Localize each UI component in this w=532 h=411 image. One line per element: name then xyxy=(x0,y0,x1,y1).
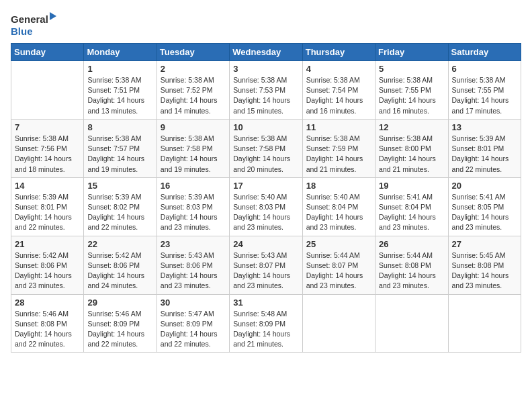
header: General Blue xyxy=(11,11,521,38)
svg-text:Blue: Blue xyxy=(11,26,33,37)
week-row-1: 1Sunrise: 5:38 AMSunset: 7:51 PMDaylight… xyxy=(11,61,521,120)
day-info: Sunrise: 5:41 AMSunset: 8:05 PMDaylight:… xyxy=(452,192,517,233)
day-cell: 18Sunrise: 5:40 AMSunset: 8:04 PMDayligh… xyxy=(302,177,375,236)
day-info: Sunrise: 5:38 AMSunset: 7:58 PMDaylight:… xyxy=(233,134,298,175)
day-info: Sunrise: 5:47 AMSunset: 8:09 PMDaylight:… xyxy=(161,309,226,350)
day-number: 30 xyxy=(161,298,226,308)
day-cell: 16Sunrise: 5:39 AMSunset: 8:03 PMDayligh… xyxy=(157,177,229,236)
day-number: 19 xyxy=(379,181,444,191)
day-cell: 21Sunrise: 5:42 AMSunset: 8:06 PMDayligh… xyxy=(11,236,84,294)
day-cell: 28Sunrise: 5:46 AMSunset: 8:08 PMDayligh… xyxy=(11,294,84,353)
day-number: 12 xyxy=(379,122,444,132)
day-cell: 10Sunrise: 5:38 AMSunset: 7:58 PMDayligh… xyxy=(230,119,302,177)
day-info: Sunrise: 5:39 AMSunset: 8:01 PMDaylight:… xyxy=(15,192,80,233)
day-cell: 20Sunrise: 5:41 AMSunset: 8:05 PMDayligh… xyxy=(448,177,521,236)
day-cell: 26Sunrise: 5:44 AMSunset: 8:08 PMDayligh… xyxy=(375,236,448,294)
day-info: Sunrise: 5:43 AMSunset: 8:06 PMDaylight:… xyxy=(161,250,226,291)
days-header-row: SundayMondayTuesdayWednesdayThursdayFrid… xyxy=(11,44,521,61)
logo: General Blue xyxy=(11,11,58,38)
day-cell: 22Sunrise: 5:42 AMSunset: 8:06 PMDayligh… xyxy=(84,236,157,294)
calendar-table: SundayMondayTuesdayWednesdayThursdayFrid… xyxy=(11,43,521,353)
day-number: 21 xyxy=(15,239,80,249)
col-header-friday: Friday xyxy=(375,44,448,61)
day-info: Sunrise: 5:38 AMSunset: 7:51 PMDaylight:… xyxy=(87,75,152,116)
day-info: Sunrise: 5:42 AMSunset: 8:06 PMDaylight:… xyxy=(15,250,80,291)
day-info: Sunrise: 5:39 AMSunset: 8:03 PMDaylight:… xyxy=(161,192,226,233)
day-number: 23 xyxy=(161,239,226,249)
day-number: 31 xyxy=(233,298,298,308)
day-cell: 24Sunrise: 5:43 AMSunset: 8:07 PMDayligh… xyxy=(230,236,302,294)
day-cell: 8Sunrise: 5:38 AMSunset: 7:57 PMDaylight… xyxy=(84,119,157,177)
week-row-3: 14Sunrise: 5:39 AMSunset: 8:01 PMDayligh… xyxy=(11,177,521,236)
day-info: Sunrise: 5:42 AMSunset: 8:06 PMDaylight:… xyxy=(87,250,152,291)
day-info: Sunrise: 5:46 AMSunset: 8:08 PMDaylight:… xyxy=(15,309,80,350)
day-info: Sunrise: 5:38 AMSunset: 8:00 PMDaylight:… xyxy=(379,134,444,175)
day-cell: 4Sunrise: 5:38 AMSunset: 7:54 PMDaylight… xyxy=(302,61,375,120)
day-info: Sunrise: 5:44 AMSunset: 8:08 PMDaylight:… xyxy=(379,250,444,291)
day-number: 4 xyxy=(306,64,371,74)
day-info: Sunrise: 5:38 AMSunset: 7:52 PMDaylight:… xyxy=(161,75,226,116)
week-row-4: 21Sunrise: 5:42 AMSunset: 8:06 PMDayligh… xyxy=(11,236,521,294)
day-cell: 2Sunrise: 5:38 AMSunset: 7:52 PMDaylight… xyxy=(157,61,229,120)
day-number: 25 xyxy=(306,239,371,249)
day-number: 15 xyxy=(87,181,152,191)
day-number: 24 xyxy=(233,239,298,249)
day-number: 7 xyxy=(15,122,80,132)
day-cell: 7Sunrise: 5:38 AMSunset: 7:56 PMDaylight… xyxy=(11,119,84,177)
day-cell: 15Sunrise: 5:39 AMSunset: 8:02 PMDayligh… xyxy=(84,177,157,236)
day-cell: 3Sunrise: 5:38 AMSunset: 7:53 PMDaylight… xyxy=(230,61,302,120)
day-info: Sunrise: 5:40 AMSunset: 8:03 PMDaylight:… xyxy=(233,192,298,233)
day-info: Sunrise: 5:43 AMSunset: 8:07 PMDaylight:… xyxy=(233,250,298,291)
day-info: Sunrise: 5:48 AMSunset: 8:09 PMDaylight:… xyxy=(233,309,298,350)
day-number: 2 xyxy=(161,64,226,74)
day-cell xyxy=(375,294,448,353)
day-cell: 11Sunrise: 5:38 AMSunset: 7:59 PMDayligh… xyxy=(302,119,375,177)
day-number: 13 xyxy=(452,122,517,132)
day-cell xyxy=(302,294,375,353)
day-cell: 12Sunrise: 5:38 AMSunset: 8:00 PMDayligh… xyxy=(375,119,448,177)
svg-marker-1 xyxy=(50,12,56,20)
svg-text:General: General xyxy=(11,13,48,25)
day-info: Sunrise: 5:38 AMSunset: 7:53 PMDaylight:… xyxy=(233,75,298,116)
day-cell xyxy=(448,294,521,353)
day-info: Sunrise: 5:44 AMSunset: 8:07 PMDaylight:… xyxy=(306,250,371,291)
day-info: Sunrise: 5:41 AMSunset: 8:04 PMDaylight:… xyxy=(379,192,444,233)
day-number: 6 xyxy=(452,64,517,74)
day-cell: 19Sunrise: 5:41 AMSunset: 8:04 PMDayligh… xyxy=(375,177,448,236)
day-cell: 13Sunrise: 5:39 AMSunset: 8:01 PMDayligh… xyxy=(448,119,521,177)
day-number: 1 xyxy=(87,64,152,74)
day-cell: 14Sunrise: 5:39 AMSunset: 8:01 PMDayligh… xyxy=(11,177,84,236)
day-number: 26 xyxy=(379,239,444,249)
day-cell: 1Sunrise: 5:38 AMSunset: 7:51 PMDaylight… xyxy=(84,61,157,120)
day-number: 18 xyxy=(306,181,371,191)
day-info: Sunrise: 5:38 AMSunset: 7:57 PMDaylight:… xyxy=(87,134,152,175)
col-header-monday: Monday xyxy=(84,44,157,61)
day-info: Sunrise: 5:46 AMSunset: 8:09 PMDaylight:… xyxy=(87,309,152,350)
day-cell xyxy=(11,61,84,120)
day-cell: 23Sunrise: 5:43 AMSunset: 8:06 PMDayligh… xyxy=(157,236,229,294)
week-row-2: 7Sunrise: 5:38 AMSunset: 7:56 PMDaylight… xyxy=(11,119,521,177)
col-header-saturday: Saturday xyxy=(448,44,521,61)
day-info: Sunrise: 5:45 AMSunset: 8:08 PMDaylight:… xyxy=(452,250,517,291)
day-number: 8 xyxy=(87,122,152,132)
day-number: 14 xyxy=(15,181,80,191)
day-info: Sunrise: 5:40 AMSunset: 8:04 PMDaylight:… xyxy=(306,192,371,233)
day-number: 27 xyxy=(452,239,517,249)
day-cell: 6Sunrise: 5:38 AMSunset: 7:55 PMDaylight… xyxy=(448,61,521,120)
day-number: 17 xyxy=(233,181,298,191)
week-row-5: 28Sunrise: 5:46 AMSunset: 8:08 PMDayligh… xyxy=(11,294,521,353)
day-number: 5 xyxy=(379,64,444,74)
day-info: Sunrise: 5:38 AMSunset: 7:55 PMDaylight:… xyxy=(379,75,444,116)
day-number: 29 xyxy=(87,298,152,308)
day-info: Sunrise: 5:38 AMSunset: 7:55 PMDaylight:… xyxy=(452,75,517,116)
day-info: Sunrise: 5:38 AMSunset: 7:58 PMDaylight:… xyxy=(161,134,226,175)
day-cell: 9Sunrise: 5:38 AMSunset: 7:58 PMDaylight… xyxy=(157,119,229,177)
day-number: 9 xyxy=(161,122,226,132)
day-info: Sunrise: 5:38 AMSunset: 7:59 PMDaylight:… xyxy=(306,134,371,175)
day-cell: 27Sunrise: 5:45 AMSunset: 8:08 PMDayligh… xyxy=(448,236,521,294)
day-number: 11 xyxy=(306,122,371,132)
day-number: 3 xyxy=(233,64,298,74)
day-info: Sunrise: 5:38 AMSunset: 7:56 PMDaylight:… xyxy=(15,134,80,175)
col-header-wednesday: Wednesday xyxy=(230,44,302,61)
day-cell: 5Sunrise: 5:38 AMSunset: 7:55 PMDaylight… xyxy=(375,61,448,120)
